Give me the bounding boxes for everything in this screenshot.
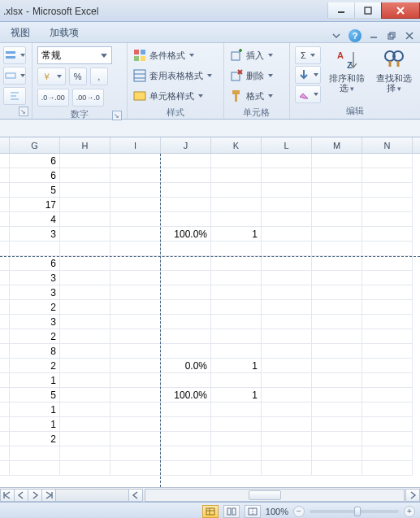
cell[interactable] <box>262 285 312 300</box>
table-row[interactable] <box>0 461 420 476</box>
window-maximize-button[interactable] <box>354 2 382 19</box>
cell[interactable] <box>312 183 362 198</box>
alignment-launcher[interactable] <box>19 107 28 116</box>
currency-button[interactable]: ￥ <box>37 67 66 85</box>
clear-button[interactable] <box>295 85 321 103</box>
cell[interactable] <box>0 183 10 198</box>
cell[interactable] <box>60 285 110 300</box>
cell[interactable] <box>262 329 312 344</box>
column-headers[interactable]: G H I J K L M N <box>0 137 420 154</box>
table-row[interactable]: 6 <box>0 154 420 168</box>
cell[interactable]: 8 <box>10 344 60 359</box>
cell[interactable] <box>60 227 110 242</box>
cell[interactable] <box>262 432 312 446</box>
cell[interactable] <box>161 344 211 359</box>
cell[interactable] <box>262 183 312 198</box>
worksheet[interactable]: G H I J K L M N 6651743100.0%1633232820.… <box>0 137 420 487</box>
cell[interactable] <box>110 329 161 344</box>
cell[interactable] <box>211 168 262 183</box>
cell[interactable] <box>362 256 413 271</box>
cell[interactable] <box>0 154 10 168</box>
cell[interactable] <box>262 461 312 476</box>
cell[interactable] <box>0 446 10 461</box>
cell[interactable] <box>60 344 110 359</box>
cell[interactable] <box>110 417 161 432</box>
cell[interactable]: 1 <box>211 388 262 403</box>
cell[interactable] <box>0 227 10 242</box>
cell[interactable] <box>0 329 10 344</box>
cell[interactable] <box>161 168 211 183</box>
cell[interactable] <box>60 359 110 373</box>
hscroll-right[interactable] <box>405 489 420 502</box>
col-header-L[interactable]: L <box>262 137 312 153</box>
zoom-slider[interactable] <box>310 510 399 513</box>
cell[interactable] <box>312 432 362 446</box>
cell[interactable] <box>110 403 161 417</box>
col-header-H[interactable]: H <box>60 137 110 153</box>
sheet-nav-first[interactable] <box>0 489 15 502</box>
col-header-K[interactable]: K <box>211 137 262 153</box>
comma-button[interactable]: , <box>90 67 108 85</box>
table-row[interactable]: 2 <box>0 329 420 344</box>
format-button[interactable]: 格式 <box>229 87 273 105</box>
increase-decimal-button[interactable]: .0→.00 <box>37 89 69 107</box>
cell[interactable] <box>312 373 362 388</box>
col-header-N[interactable]: N <box>362 137 413 153</box>
cell[interactable] <box>211 403 262 417</box>
cell[interactable] <box>362 154 413 168</box>
cell[interactable] <box>362 388 413 403</box>
cell[interactable] <box>312 300 362 315</box>
cell[interactable] <box>60 315 110 329</box>
sort-filter-button[interactable]: AZ 排序和筛选 <box>326 46 368 100</box>
cell[interactable] <box>262 403 312 417</box>
cell[interactable]: 3 <box>10 285 60 300</box>
cell[interactable] <box>0 212 10 227</box>
cell[interactable] <box>110 242 161 256</box>
sheet-tabs-area[interactable] <box>56 489 129 502</box>
cell[interactable] <box>60 212 110 227</box>
cell[interactable] <box>60 461 110 476</box>
cell[interactable] <box>0 256 10 271</box>
view-normal-button[interactable] <box>202 505 219 518</box>
table-row[interactable]: 6 <box>0 168 420 183</box>
cell[interactable]: 100.0% <box>161 227 211 242</box>
cell[interactable] <box>262 359 312 373</box>
cell[interactable] <box>211 344 262 359</box>
cell[interactable] <box>211 256 262 271</box>
table-row[interactable]: 3100.0%1 <box>0 227 420 242</box>
cell[interactable] <box>362 300 413 315</box>
window-close-button[interactable] <box>381 2 420 19</box>
cell[interactable] <box>110 183 161 198</box>
cell[interactable] <box>161 256 211 271</box>
cell[interactable] <box>362 403 413 417</box>
table-row[interactable]: 1 <box>0 417 420 432</box>
hscroll-track[interactable] <box>145 489 405 502</box>
cell[interactable] <box>312 329 362 344</box>
cell[interactable] <box>60 242 110 256</box>
table-row[interactable]: 5100.0%1 <box>0 388 420 403</box>
cell[interactable] <box>262 344 312 359</box>
ribbon-minimize-caret[interactable] <box>331 30 342 41</box>
cell[interactable] <box>110 461 161 476</box>
cell[interactable] <box>211 300 262 315</box>
cell[interactable] <box>312 446 362 461</box>
cell[interactable] <box>262 256 312 271</box>
cell[interactable] <box>60 256 110 271</box>
cell[interactable] <box>211 183 262 198</box>
cell[interactable]: 6 <box>10 256 60 271</box>
col-header-G[interactable]: G <box>10 137 60 153</box>
cell[interactable]: 6 <box>10 168 60 183</box>
cell[interactable] <box>10 446 60 461</box>
cell[interactable]: 5 <box>10 183 60 198</box>
cell[interactable] <box>362 315 413 329</box>
cell[interactable] <box>161 183 211 198</box>
cell[interactable]: 4 <box>10 212 60 227</box>
cell[interactable] <box>10 461 60 476</box>
cell[interactable] <box>161 446 211 461</box>
cell[interactable] <box>262 271 312 285</box>
cell[interactable] <box>110 198 161 212</box>
cell[interactable] <box>161 315 211 329</box>
cell[interactable] <box>312 461 362 476</box>
cell[interactable] <box>312 403 362 417</box>
table-row[interactable] <box>0 242 420 256</box>
